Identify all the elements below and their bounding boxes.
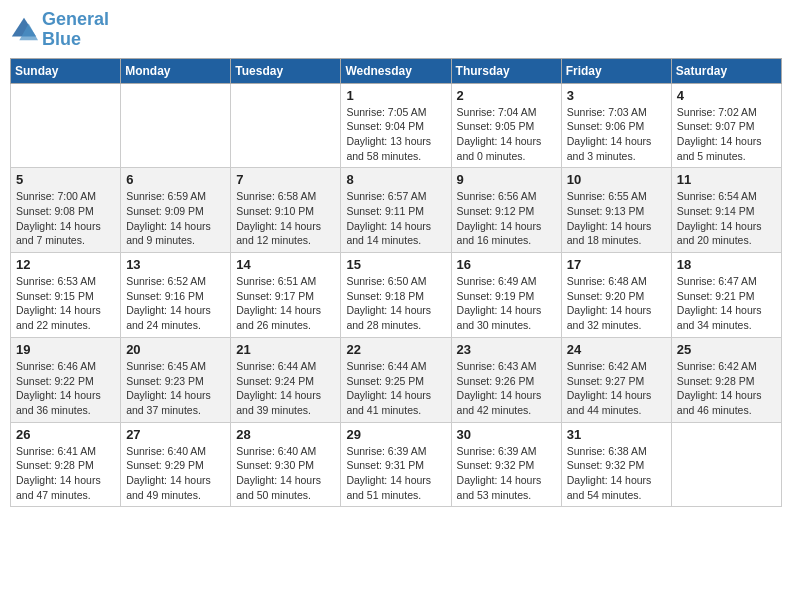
day-info: Sunrise: 6:46 AM Sunset: 9:22 PM Dayligh… <box>16 359 115 418</box>
calendar-cell: 4Sunrise: 7:02 AM Sunset: 9:07 PM Daylig… <box>671 83 781 168</box>
calendar-table: SundayMondayTuesdayWednesdayThursdayFrid… <box>10 58 782 508</box>
day-info: Sunrise: 6:57 AM Sunset: 9:11 PM Dayligh… <box>346 189 445 248</box>
day-number: 13 <box>126 257 225 272</box>
day-number: 1 <box>346 88 445 103</box>
calendar-cell: 5Sunrise: 7:00 AM Sunset: 9:08 PM Daylig… <box>11 168 121 253</box>
day-info: Sunrise: 6:55 AM Sunset: 9:13 PM Dayligh… <box>567 189 666 248</box>
day-number: 11 <box>677 172 776 187</box>
calendar-cell: 21Sunrise: 6:44 AM Sunset: 9:24 PM Dayli… <box>231 337 341 422</box>
day-number: 6 <box>126 172 225 187</box>
calendar-week-row: 12Sunrise: 6:53 AM Sunset: 9:15 PM Dayli… <box>11 253 782 338</box>
calendar-week-row: 26Sunrise: 6:41 AM Sunset: 9:28 PM Dayli… <box>11 422 782 507</box>
calendar-cell: 3Sunrise: 7:03 AM Sunset: 9:06 PM Daylig… <box>561 83 671 168</box>
calendar-week-row: 5Sunrise: 7:00 AM Sunset: 9:08 PM Daylig… <box>11 168 782 253</box>
day-number: 18 <box>677 257 776 272</box>
day-info: Sunrise: 6:39 AM Sunset: 9:32 PM Dayligh… <box>457 444 556 503</box>
calendar-cell <box>231 83 341 168</box>
calendar-cell: 16Sunrise: 6:49 AM Sunset: 9:19 PM Dayli… <box>451 253 561 338</box>
day-info: Sunrise: 7:02 AM Sunset: 9:07 PM Dayligh… <box>677 105 776 164</box>
day-info: Sunrise: 6:43 AM Sunset: 9:26 PM Dayligh… <box>457 359 556 418</box>
day-info: Sunrise: 6:41 AM Sunset: 9:28 PM Dayligh… <box>16 444 115 503</box>
day-info: Sunrise: 7:05 AM Sunset: 9:04 PM Dayligh… <box>346 105 445 164</box>
day-number: 19 <box>16 342 115 357</box>
day-info: Sunrise: 6:59 AM Sunset: 9:09 PM Dayligh… <box>126 189 225 248</box>
day-number: 7 <box>236 172 335 187</box>
calendar-cell: 28Sunrise: 6:40 AM Sunset: 9:30 PM Dayli… <box>231 422 341 507</box>
day-info: Sunrise: 6:49 AM Sunset: 9:19 PM Dayligh… <box>457 274 556 333</box>
day-info: Sunrise: 6:40 AM Sunset: 9:30 PM Dayligh… <box>236 444 335 503</box>
day-number: 24 <box>567 342 666 357</box>
calendar-cell: 30Sunrise: 6:39 AM Sunset: 9:32 PM Dayli… <box>451 422 561 507</box>
day-number: 9 <box>457 172 556 187</box>
calendar-cell: 10Sunrise: 6:55 AM Sunset: 9:13 PM Dayli… <box>561 168 671 253</box>
day-number: 12 <box>16 257 115 272</box>
day-number: 27 <box>126 427 225 442</box>
calendar-cell: 7Sunrise: 6:58 AM Sunset: 9:10 PM Daylig… <box>231 168 341 253</box>
calendar-cell <box>121 83 231 168</box>
logo-text: General Blue <box>42 10 109 50</box>
day-number: 14 <box>236 257 335 272</box>
calendar-cell: 20Sunrise: 6:45 AM Sunset: 9:23 PM Dayli… <box>121 337 231 422</box>
calendar-cell: 29Sunrise: 6:39 AM Sunset: 9:31 PM Dayli… <box>341 422 451 507</box>
calendar-cell: 13Sunrise: 6:52 AM Sunset: 9:16 PM Dayli… <box>121 253 231 338</box>
calendar-cell: 17Sunrise: 6:48 AM Sunset: 9:20 PM Dayli… <box>561 253 671 338</box>
day-number: 5 <box>16 172 115 187</box>
calendar-cell: 26Sunrise: 6:41 AM Sunset: 9:28 PM Dayli… <box>11 422 121 507</box>
day-info: Sunrise: 7:03 AM Sunset: 9:06 PM Dayligh… <box>567 105 666 164</box>
page-header: General Blue <box>10 10 782 50</box>
day-number: 31 <box>567 427 666 442</box>
calendar-cell: 14Sunrise: 6:51 AM Sunset: 9:17 PM Dayli… <box>231 253 341 338</box>
calendar-header-friday: Friday <box>561 58 671 83</box>
day-info: Sunrise: 6:44 AM Sunset: 9:25 PM Dayligh… <box>346 359 445 418</box>
day-info: Sunrise: 6:48 AM Sunset: 9:20 PM Dayligh… <box>567 274 666 333</box>
day-info: Sunrise: 6:38 AM Sunset: 9:32 PM Dayligh… <box>567 444 666 503</box>
day-number: 26 <box>16 427 115 442</box>
day-info: Sunrise: 6:52 AM Sunset: 9:16 PM Dayligh… <box>126 274 225 333</box>
logo-icon <box>10 16 38 44</box>
day-info: Sunrise: 6:42 AM Sunset: 9:28 PM Dayligh… <box>677 359 776 418</box>
day-number: 4 <box>677 88 776 103</box>
calendar-cell: 11Sunrise: 6:54 AM Sunset: 9:14 PM Dayli… <box>671 168 781 253</box>
day-info: Sunrise: 6:44 AM Sunset: 9:24 PM Dayligh… <box>236 359 335 418</box>
calendar-cell: 24Sunrise: 6:42 AM Sunset: 9:27 PM Dayli… <box>561 337 671 422</box>
calendar-week-row: 1Sunrise: 7:05 AM Sunset: 9:04 PM Daylig… <box>11 83 782 168</box>
day-number: 16 <box>457 257 556 272</box>
calendar-header-saturday: Saturday <box>671 58 781 83</box>
calendar-header-row: SundayMondayTuesdayWednesdayThursdayFrid… <box>11 58 782 83</box>
calendar-cell: 25Sunrise: 6:42 AM Sunset: 9:28 PM Dayli… <box>671 337 781 422</box>
calendar-cell: 9Sunrise: 6:56 AM Sunset: 9:12 PM Daylig… <box>451 168 561 253</box>
logo: General Blue <box>10 10 109 50</box>
calendar-cell: 22Sunrise: 6:44 AM Sunset: 9:25 PM Dayli… <box>341 337 451 422</box>
calendar-week-row: 19Sunrise: 6:46 AM Sunset: 9:22 PM Dayli… <box>11 337 782 422</box>
day-number: 20 <box>126 342 225 357</box>
day-info: Sunrise: 6:50 AM Sunset: 9:18 PM Dayligh… <box>346 274 445 333</box>
calendar-header-tuesday: Tuesday <box>231 58 341 83</box>
day-info: Sunrise: 6:53 AM Sunset: 9:15 PM Dayligh… <box>16 274 115 333</box>
day-number: 2 <box>457 88 556 103</box>
day-info: Sunrise: 6:39 AM Sunset: 9:31 PM Dayligh… <box>346 444 445 503</box>
day-info: Sunrise: 6:47 AM Sunset: 9:21 PM Dayligh… <box>677 274 776 333</box>
day-info: Sunrise: 7:04 AM Sunset: 9:05 PM Dayligh… <box>457 105 556 164</box>
day-info: Sunrise: 6:51 AM Sunset: 9:17 PM Dayligh… <box>236 274 335 333</box>
day-number: 15 <box>346 257 445 272</box>
calendar-cell: 15Sunrise: 6:50 AM Sunset: 9:18 PM Dayli… <box>341 253 451 338</box>
day-info: Sunrise: 6:54 AM Sunset: 9:14 PM Dayligh… <box>677 189 776 248</box>
day-info: Sunrise: 7:00 AM Sunset: 9:08 PM Dayligh… <box>16 189 115 248</box>
day-number: 25 <box>677 342 776 357</box>
day-number: 17 <box>567 257 666 272</box>
calendar-cell: 19Sunrise: 6:46 AM Sunset: 9:22 PM Dayli… <box>11 337 121 422</box>
calendar-cell: 1Sunrise: 7:05 AM Sunset: 9:04 PM Daylig… <box>341 83 451 168</box>
calendar-cell <box>671 422 781 507</box>
calendar-header-monday: Monday <box>121 58 231 83</box>
calendar-header-thursday: Thursday <box>451 58 561 83</box>
calendar-header-wednesday: Wednesday <box>341 58 451 83</box>
calendar-cell: 27Sunrise: 6:40 AM Sunset: 9:29 PM Dayli… <box>121 422 231 507</box>
calendar-cell: 18Sunrise: 6:47 AM Sunset: 9:21 PM Dayli… <box>671 253 781 338</box>
day-info: Sunrise: 6:40 AM Sunset: 9:29 PM Dayligh… <box>126 444 225 503</box>
day-number: 23 <box>457 342 556 357</box>
day-number: 10 <box>567 172 666 187</box>
day-number: 30 <box>457 427 556 442</box>
calendar-cell: 23Sunrise: 6:43 AM Sunset: 9:26 PM Dayli… <box>451 337 561 422</box>
day-info: Sunrise: 6:58 AM Sunset: 9:10 PM Dayligh… <box>236 189 335 248</box>
day-number: 8 <box>346 172 445 187</box>
